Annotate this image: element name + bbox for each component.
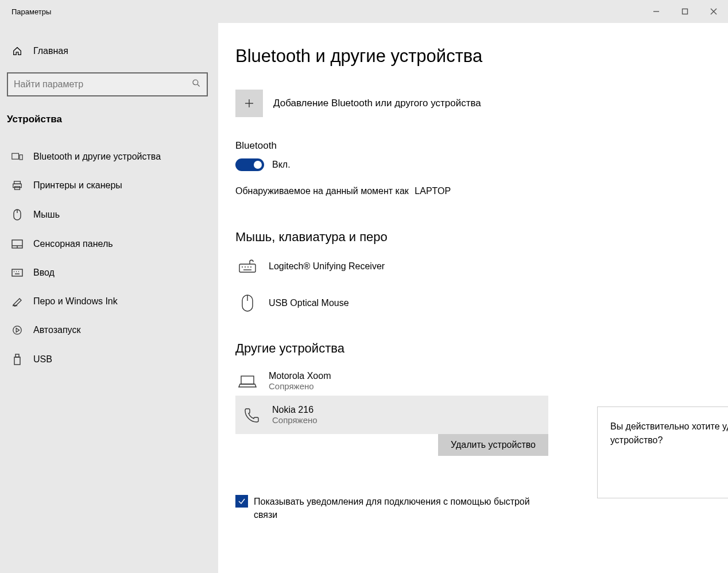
nav-mouse[interactable]: Мышь bbox=[7, 200, 211, 230]
window-controls bbox=[642, 0, 728, 23]
device-name: USB Optical Mouse bbox=[269, 298, 349, 308]
home-icon bbox=[11, 46, 23, 56]
nav-label: Мышь bbox=[33, 210, 60, 220]
search-input[interactable] bbox=[14, 79, 192, 90]
mouse-device-icon bbox=[238, 294, 257, 312]
svg-rect-1 bbox=[683, 9, 688, 14]
nav-touchpad[interactable]: Сенсорная панель bbox=[7, 230, 211, 258]
notify-checkbox-row[interactable]: Показывать уведомления для подключения с… bbox=[235, 495, 545, 521]
nav-pen[interactable]: Перо и Windows Ink bbox=[7, 287, 211, 316]
category-heading: Устройства bbox=[7, 110, 211, 129]
search-icon bbox=[192, 79, 201, 90]
svg-point-21 bbox=[13, 326, 21, 334]
add-device-label: Добавление Bluetooth или другого устройс… bbox=[273, 98, 481, 109]
printer-icon bbox=[11, 180, 23, 191]
svg-rect-34 bbox=[241, 376, 254, 384]
device-row[interactable]: Logitech® Unifying Receiver bbox=[235, 255, 540, 278]
usb-icon bbox=[11, 354, 23, 365]
maximize-button[interactable] bbox=[671, 0, 699, 23]
window-title: Параметры bbox=[11, 7, 51, 16]
nav-label: Принтеры и сканеры bbox=[33, 180, 122, 191]
nav-label: Автозапуск bbox=[33, 325, 80, 335]
phone-icon bbox=[241, 407, 261, 423]
nav-bluetooth[interactable]: Bluetooth и другие устройства bbox=[7, 142, 211, 171]
svg-rect-6 bbox=[12, 153, 19, 159]
svg-rect-22 bbox=[16, 354, 19, 357]
device-name: Logitech® Unifying Receiver bbox=[269, 261, 385, 272]
devices-icon bbox=[11, 152, 23, 162]
nav-autoplay[interactable]: Автозапуск bbox=[7, 316, 211, 344]
svg-rect-7 bbox=[20, 155, 22, 160]
svg-rect-8 bbox=[14, 181, 21, 184]
device-row-selected[interactable]: Nokia 216 Сопряжено bbox=[235, 396, 548, 434]
device-status: Сопряжено bbox=[272, 415, 317, 425]
svg-rect-26 bbox=[239, 264, 255, 272]
bluetooth-toggle[interactable] bbox=[235, 158, 264, 171]
add-device-row[interactable]: Добавление Bluetooth или другого устройс… bbox=[235, 90, 728, 117]
keyboard-icon bbox=[11, 269, 23, 277]
autoplay-icon bbox=[11, 325, 23, 335]
main-content: Bluetooth и другие устройства Добавление… bbox=[218, 23, 728, 573]
close-button[interactable] bbox=[699, 0, 728, 23]
confirm-dialog: Вы действительно хотите удалить это устр… bbox=[597, 406, 728, 498]
nav-usb[interactable]: USB bbox=[7, 344, 211, 374]
home-label: Главная bbox=[33, 46, 68, 56]
svg-point-4 bbox=[193, 80, 198, 85]
page-title: Bluetooth и другие устройства bbox=[235, 46, 728, 67]
discoverable-text: Обнаруживаемое на данный момент как LAPT… bbox=[235, 186, 728, 196]
device-name: Nokia 216 bbox=[272, 405, 317, 415]
pen-icon bbox=[11, 296, 23, 307]
nav-label: Ввод bbox=[33, 268, 55, 278]
device-row[interactable]: USB Optical Mouse bbox=[235, 289, 540, 317]
checkbox-checked-icon[interactable] bbox=[235, 495, 248, 508]
nav-printers[interactable]: Принтеры и сканеры bbox=[7, 171, 211, 200]
svg-rect-16 bbox=[12, 269, 22, 276]
checkbox-label: Показывать уведомления для подключения с… bbox=[254, 495, 545, 521]
svg-rect-23 bbox=[14, 357, 20, 365]
nav-typing[interactable]: Ввод bbox=[7, 258, 211, 287]
laptop-icon bbox=[238, 374, 257, 388]
svg-line-5 bbox=[198, 84, 200, 87]
nav-label: USB bbox=[33, 354, 52, 365]
device-name: Motorola Xoom bbox=[269, 371, 331, 381]
nav-label: Перо и Windows Ink bbox=[33, 296, 118, 307]
confirm-text: Вы действительно хотите удалить это устр… bbox=[610, 420, 728, 447]
touchpad-icon bbox=[11, 239, 23, 249]
nav-label: Сенсорная панель bbox=[33, 239, 113, 249]
other-devices-heading: Другие устройства bbox=[235, 341, 728, 356]
minimize-button[interactable] bbox=[642, 0, 671, 23]
remove-device-button[interactable]: Удалить устройство bbox=[438, 434, 548, 456]
mouse-icon bbox=[11, 209, 23, 220]
bluetooth-label: Bluetooth bbox=[235, 140, 728, 152]
titlebar: Параметры bbox=[0, 0, 728, 23]
nav-label: Bluetooth и другие устройства bbox=[33, 152, 161, 162]
svg-rect-10 bbox=[15, 187, 20, 189]
home-nav[interactable]: Главная bbox=[7, 40, 211, 62]
plus-icon bbox=[235, 90, 263, 117]
toggle-state: Вкл. bbox=[272, 160, 291, 170]
sidebar: Главная Устройства Bluetooth и другие ус… bbox=[0, 23, 218, 573]
search-box[interactable] bbox=[7, 72, 208, 96]
input-devices-heading: Мышь, клавиатура и перо bbox=[235, 230, 728, 245]
keyboard-device-icon bbox=[238, 260, 257, 273]
device-status: Сопряжено bbox=[269, 381, 331, 391]
device-row[interactable]: Motorola Xoom Сопряжено bbox=[235, 366, 540, 396]
